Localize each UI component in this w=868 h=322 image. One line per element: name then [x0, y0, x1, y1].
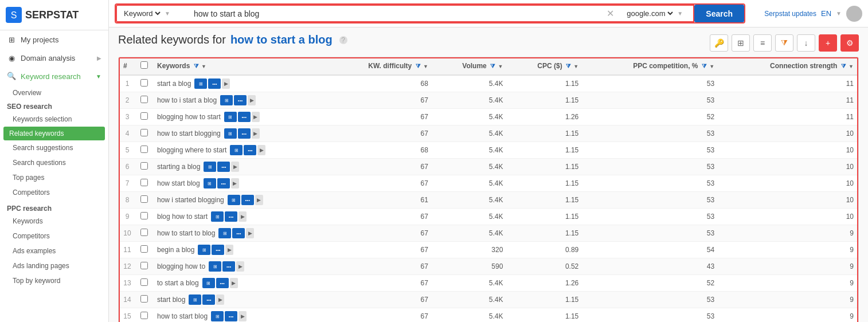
row-checkbox[interactable] [140, 112, 148, 120]
keyword-link[interactable]: start blog [157, 296, 185, 304]
keyword-link[interactable]: how i started blogging [157, 196, 224, 204]
row-btn-2[interactable]: ••• [244, 145, 256, 155]
row-btn-1[interactable]: ⊞ [220, 95, 233, 105]
row-btn-2[interactable]: ••• [234, 95, 247, 105]
list-view-button[interactable]: ≡ [753, 34, 772, 52]
row-checkbox[interactable] [140, 162, 148, 170]
sidebar-item-related-keywords[interactable]: Related keywords [3, 127, 105, 140]
row-check[interactable] [136, 175, 153, 192]
row-btn-1[interactable]: ⊞ [224, 128, 237, 139]
row-expand-btn[interactable]: ▶ [246, 228, 254, 238]
user-avatar[interactable] [846, 6, 862, 22]
row-btn-1[interactable]: ⊞ [211, 211, 224, 222]
sidebar-item-ads-examples[interactable]: Ads examples [0, 244, 108, 258]
keyword-link[interactable]: blog how to start [157, 213, 208, 221]
settings-button[interactable]: ⚙ [840, 34, 859, 52]
row-btn-2[interactable]: ••• [222, 261, 235, 272]
lang-selector[interactable]: EN [821, 9, 831, 18]
keyword-link[interactable]: start a blog [157, 80, 191, 88]
sidebar-item-overview[interactable]: Overview [0, 85, 108, 100]
conn-sort-icon[interactable]: ▼ [849, 64, 854, 69]
conn-filter-icon[interactable]: ⧩ [841, 63, 846, 69]
row-btn-1[interactable]: ⊞ [204, 178, 216, 189]
row-btn-1[interactable]: ⊞ [194, 78, 207, 89]
row-checkbox[interactable] [140, 312, 148, 319]
sidebar-item-domain-analysis[interactable]: ◉ Domain analysis ▶ [0, 49, 108, 67]
row-expand-btn[interactable]: ▶ [230, 278, 238, 288]
keyword-link[interactable]: blogging how to start [157, 113, 221, 121]
row-expand-btn[interactable]: ▶ [248, 95, 256, 105]
row-checkbox[interactable] [140, 245, 148, 253]
row-btn-2[interactable]: ••• [238, 112, 251, 122]
keyword-link[interactable]: begin a blog [157, 246, 194, 254]
sidebar-item-top-by-keyword[interactable]: Top by keyword [0, 273, 108, 288]
row-check[interactable] [136, 242, 153, 258]
sidebar-item-search-suggestions[interactable]: Search suggestions [0, 140, 108, 155]
row-checkbox[interactable] [140, 79, 148, 87]
row-btn-2[interactable]: ••• [241, 195, 254, 205]
row-btn-2[interactable]: ••• [217, 162, 230, 172]
row-expand-btn[interactable]: ▶ [238, 211, 247, 222]
ppc-sort-icon[interactable]: ▼ [709, 64, 714, 69]
filter-button[interactable]: ⧩ [775, 34, 793, 52]
row-expand-btn[interactable]: ▶ [216, 294, 224, 305]
row-btn-1[interactable]: ⊞ [202, 278, 215, 288]
row-expand-btn[interactable]: ▶ [238, 311, 247, 321]
row-expand-btn[interactable]: ▶ [252, 112, 260, 122]
sidebar-item-keyword-research[interactable]: 🔍 Keyword research ▼ [0, 67, 108, 85]
row-check[interactable] [136, 75, 153, 92]
keyword-link[interactable]: how to start blog [157, 312, 208, 320]
row-checkbox[interactable] [140, 96, 148, 103]
clear-search-button[interactable]: ✕ [604, 8, 616, 19]
row-check[interactable] [136, 125, 153, 142]
ppc-filter-icon[interactable]: ⧩ [702, 63, 706, 69]
title-help-icon[interactable]: ? [339, 36, 347, 44]
row-btn-2[interactable]: ••• [225, 311, 237, 321]
sidebar-item-ppc-keywords[interactable]: Keywords [0, 214, 108, 229]
keyword-link[interactable]: blogging where to start [157, 146, 226, 154]
volume-sort-icon[interactable]: ▼ [498, 64, 503, 69]
grid-view-button[interactable]: ⊞ [732, 34, 750, 52]
row-checkbox[interactable] [140, 179, 148, 186]
keyword-link[interactable]: how start blog [157, 179, 200, 187]
row-check[interactable] [136, 225, 153, 242]
search-input[interactable] [194, 9, 604, 18]
row-check[interactable] [136, 109, 153, 125]
search-engine-dropdown[interactable]: google.com bing.com [624, 9, 675, 18]
row-btn-2[interactable]: ••• [202, 294, 215, 305]
select-all-checkbox[interactable] [140, 61, 148, 69]
row-btn-2[interactable]: ••• [217, 178, 230, 189]
row-checkbox[interactable] [140, 129, 148, 136]
row-btn-1[interactable]: ⊞ [189, 294, 201, 305]
row-expand-btn[interactable]: ▶ [225, 245, 233, 255]
keyword-link[interactable]: blogging how to [157, 262, 205, 270]
keyword-link[interactable]: how to start blogging [157, 129, 221, 138]
kw-diff-filter-icon[interactable]: ⧩ [416, 63, 420, 69]
keyword-link[interactable]: to start a blog [157, 279, 199, 287]
row-check[interactable] [136, 275, 153, 292]
keywords-sort-icon[interactable]: ▼ [201, 64, 206, 69]
add-button[interactable]: + [819, 34, 837, 52]
keyword-link[interactable]: how to start to blog [157, 229, 215, 237]
row-btn-2[interactable]: ••• [238, 128, 251, 139]
row-btn-1[interactable]: ⊞ [230, 145, 243, 155]
export-button[interactable]: ↓ [797, 34, 815, 52]
row-expand-btn[interactable]: ▶ [252, 128, 260, 139]
row-btn-1[interactable]: ⊞ [198, 245, 210, 255]
row-btn-2[interactable]: ••• [225, 211, 237, 222]
row-expand-btn[interactable]: ▶ [222, 78, 230, 89]
keywords-filter-icon[interactable]: ⧩ [194, 63, 198, 69]
sidebar-item-top-pages[interactable]: Top pages [0, 170, 108, 185]
keyword-link[interactable]: starting a blog [157, 163, 200, 171]
search-type-selector[interactable]: Keyword Domain URL ▼ [116, 5, 190, 22]
row-expand-btn[interactable]: ▶ [257, 145, 265, 155]
sidebar-item-search-questions[interactable]: Search questions [0, 155, 108, 170]
row-checkbox[interactable] [140, 278, 148, 286]
row-btn-2[interactable]: ••• [232, 228, 245, 238]
row-btn-2[interactable]: ••• [212, 245, 224, 255]
row-btn-2[interactable]: ••• [208, 78, 221, 89]
cpc-filter-icon[interactable]: ⧩ [566, 63, 570, 69]
sidebar-item-keywords-selection[interactable]: Keywords selection [0, 112, 108, 127]
sidebar-item-my-projects[interactable]: ⊞ My projects [0, 30, 108, 49]
search-type-dropdown[interactable]: Keyword Domain URL [122, 9, 162, 18]
